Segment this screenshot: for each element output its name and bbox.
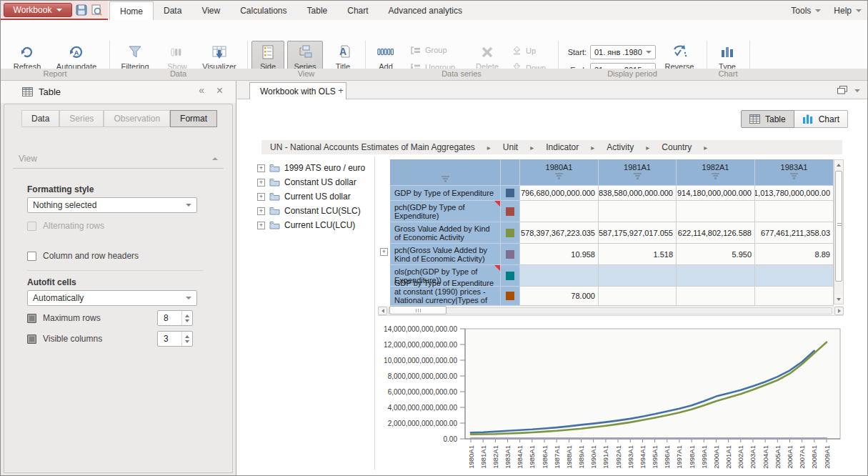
tools-menu[interactable]: Tools [791, 6, 821, 16]
row-label-cell[interactable]: GDP by Type of Expenditure [390, 186, 501, 201]
expand-icon[interactable]: + [257, 193, 265, 201]
scrollbar-thumb[interactable] [389, 306, 447, 314]
value-cell[interactable]: 677,461,211,358.03 [755, 222, 834, 244]
alternating-rows-checkbox[interactable]: Alternating rows [27, 221, 104, 231]
scroll-right-button[interactable] [834, 307, 844, 315]
value-cell[interactable] [520, 201, 599, 222]
stepper-arrows[interactable] [181, 311, 192, 325]
tree-item-constant-us-dollar[interactable]: +Constant US dollar [257, 175, 371, 189]
value-cell[interactable] [599, 201, 677, 222]
scroll-left-button[interactable] [378, 307, 387, 315]
expand-icon[interactable]: + [257, 179, 265, 187]
tree-item-current-us-dollar[interactable]: +Current US dollar [257, 189, 371, 204]
view-section-header[interactable]: View [13, 149, 224, 169]
value-cell[interactable]: 622,114,802,126.588 [677, 222, 755, 244]
value-cell[interactable] [520, 265, 599, 287]
row-label-cell[interactable]: pch(Gross Value Added by Kind of Economi… [390, 244, 501, 265]
table-view-toggle[interactable]: Table [741, 110, 794, 128]
close-panel-button[interactable]: × [216, 84, 223, 97]
value-cell[interactable] [599, 287, 677, 306]
menu-tab-view[interactable]: View [191, 1, 230, 20]
value-cell[interactable] [755, 287, 834, 306]
value-cell[interactable] [677, 287, 755, 306]
menu-tab-data[interactable]: Data [154, 1, 191, 20]
value-cell[interactable]: 578,397,367,223.035 [520, 222, 599, 244]
tree-item-constant-lcu-slc[interactable]: +Constant LCU(SLC) [257, 204, 371, 218]
move-up-button[interactable]: Up [512, 46, 536, 55]
filter-icon[interactable] [634, 173, 642, 179]
maximum-rows-stepper[interactable]: 8 [157, 310, 193, 326]
value-cell[interactable] [677, 201, 755, 222]
column-header-1980a1[interactable]: 1980A1 [520, 159, 599, 186]
menu-tab-chart[interactable]: Chart [337, 1, 378, 20]
title-button[interactable]: A Title [327, 41, 359, 71]
value-cell[interactable]: 838,580,000,000.000 [599, 186, 677, 201]
workbook-menu-button[interactable]: Workbook [4, 3, 72, 17]
refresh-button[interactable]: Refresh [6, 41, 48, 71]
value-cell[interactable]: 5.950 [677, 244, 755, 265]
row-expander[interactable]: + [380, 248, 388, 256]
row-label-cell[interactable]: pch(GDP by Type of Expenditure) [390, 201, 501, 222]
side-tab-format[interactable]: Format [170, 110, 217, 127]
expand-icon[interactable]: + [257, 164, 265, 172]
value-cell[interactable] [755, 265, 834, 287]
column-row-headers-checkbox[interactable]: Column and row headers [27, 251, 139, 261]
value-cell[interactable] [755, 201, 834, 222]
start-date-field[interactable]: 01. янв .1980 [590, 45, 656, 59]
value-cell[interactable]: 914,180,000,000.000 [677, 186, 755, 201]
breadcrumb-item-activity[interactable]: Activity [607, 142, 634, 152]
breadcrumb-item-country[interactable]: Country [662, 142, 692, 152]
row-label-header-cell[interactable] [390, 159, 501, 186]
column-header-1983a1[interactable]: 1983A1 [755, 159, 834, 186]
menu-tab-table[interactable]: Table [297, 1, 338, 20]
save-icon[interactable] [75, 4, 88, 16]
side-tab-observation[interactable]: Observation [104, 110, 170, 127]
value-cell[interactable]: 1,013,780,000,000.00 [755, 186, 834, 201]
group-button[interactable]: Group [411, 46, 447, 54]
value-cell[interactable]: 1.518 [599, 244, 677, 265]
column-header-1981a1[interactable]: 1981A1 [599, 159, 677, 186]
chart-view-toggle[interactable]: Chart [794, 110, 848, 128]
value-cell[interactable]: 10.958 [520, 244, 599, 265]
value-cell[interactable]: 796,680,000,000.000 [520, 186, 599, 201]
row-label-cell[interactable]: Gross Value Added by Kind of Economic Ac… [390, 222, 501, 244]
row-label-cell[interactable]: GDP by Type of Expenditure at constant (… [390, 287, 501, 306]
maximum-rows-checkbox[interactable]: Maximum rows [27, 313, 101, 323]
breadcrumb-item-unit[interactable]: Unit [503, 142, 518, 152]
value-cell[interactable] [677, 265, 755, 287]
scroll-up-button[interactable] [834, 160, 843, 169]
scrollbar-track[interactable] [388, 307, 832, 314]
autofit-select[interactable]: Automatically [27, 290, 197, 306]
help-menu[interactable]: Help [834, 6, 862, 16]
expand-icon[interactable]: + [257, 222, 265, 229]
print-preview-icon[interactable] [90, 4, 103, 16]
visible-columns-stepper[interactable]: 3 [157, 331, 193, 347]
value-cell[interactable]: 587,175,927,017.055 [599, 222, 677, 244]
new-tab-button[interactable]: + [331, 85, 350, 99]
tree-item-current-lcu-lcu[interactable]: +Current LCU(LCU) [257, 218, 371, 232]
menu-tab-home[interactable]: Home [109, 1, 154, 20]
filter-icon[interactable] [790, 173, 798, 179]
menu-tab-calculations[interactable]: Calculations [230, 1, 296, 20]
breadcrumb-item-indicator[interactable]: Indicator [546, 142, 579, 152]
table-vertical-scrollbar[interactable] [834, 159, 844, 304]
breadcrumb-item-un-national-accounts-estimates-of-main-aggregates[interactable]: UN - National Accounts Estimates of Main… [270, 142, 475, 152]
value-cell[interactable]: 78.000 [520, 287, 599, 306]
expand-icon[interactable]: + [257, 207, 265, 215]
chevron-down-icon[interactable] [854, 89, 860, 92]
menu-tab-advanced-analytics[interactable]: Advanced analytics [379, 1, 472, 20]
filter-icon[interactable] [555, 173, 563, 179]
tree-item-1999-ats-euro-euro[interactable]: +1999 ATS euro / euro [257, 161, 371, 175]
side-tab-data[interactable]: Data [21, 110, 59, 127]
side-tab-series[interactable]: Series [59, 110, 104, 127]
value-cell[interactable]: 8.89 [755, 244, 834, 265]
collapse-panel-button[interactable]: « [199, 84, 204, 96]
filter-icon[interactable] [442, 176, 449, 182]
value-cell[interactable] [599, 265, 677, 287]
cascade-windows-icon[interactable] [837, 86, 847, 94]
stepper-arrows[interactable] [181, 332, 192, 346]
visible-columns-checkbox[interactable]: Visible columns [27, 334, 102, 344]
table-horizontal-scrollbar[interactable] [378, 306, 844, 316]
scrollbar-thumb[interactable] [835, 171, 842, 282]
scroll-down-button[interactable] [834, 294, 843, 304]
